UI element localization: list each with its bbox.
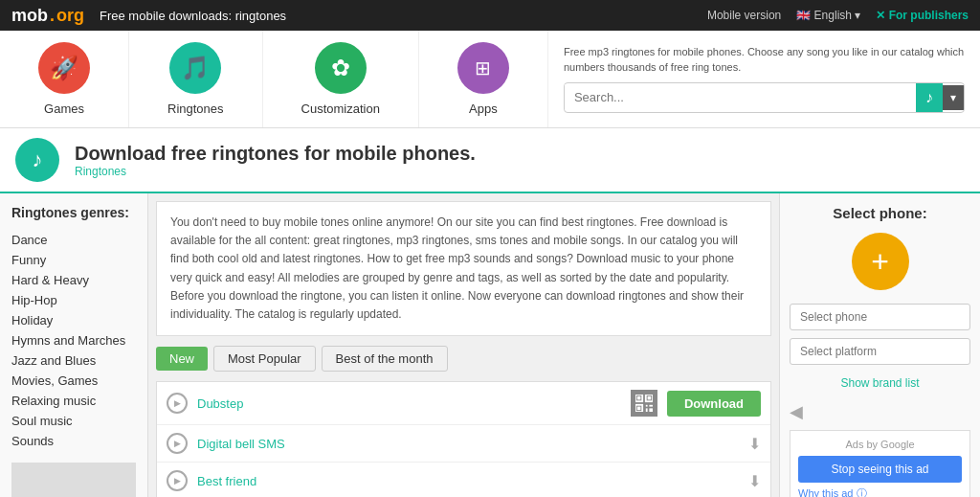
logo-dot: . [50,6,55,26]
ringtone-list: ▶ Dubstep [156,381,771,497]
sidebar-item-jazz[interactable]: Jazz and Blues [11,350,136,371]
svg-rect-9 [649,409,653,413]
nav-bar: 🚀 Games 🎵 Ringtones ✿ Customization ⊞ Ap… [0,31,980,128]
content-area: You don't need to buy mobile tones onlin… [148,193,980,497]
play-button[interactable]: ▶ [167,433,188,454]
search-dropdown[interactable]: ▾ [943,85,964,110]
sidebar-item-hip-hop[interactable]: Hip-Hop [11,290,136,310]
sidebar-title: Ringtones genres: [11,205,136,220]
table-row: ▶ Dubstep [157,382,770,425]
svg-rect-7 [649,405,653,407]
publishers-link[interactable]: ✕ For publishers [876,9,969,22]
ringtone-name[interactable]: Best friend [197,474,739,488]
description-box: You don't need to buy mobile tones onlin… [156,201,771,336]
stop-seeing-button[interactable]: Stop seeing this ad [798,456,962,483]
tab-best-of-month[interactable]: Best of the month [322,346,448,372]
customization-icon: ✿ [315,42,367,94]
play-button[interactable]: ▶ [167,393,188,414]
tab-new[interactable]: New [156,347,208,371]
ringtone-name[interactable]: Digital bell SMS [197,437,739,451]
page-title-bar: ♪ Download free ringtones for mobile pho… [0,128,980,193]
sidebar-ad [11,463,136,497]
svg-rect-8 [646,409,648,413]
tabs-bar: New Most Popular Best of the month [148,336,779,381]
page-title-heading: Download free ringtones for mobile phone… [75,143,476,165]
logo-mob: mob [11,6,48,26]
play-button[interactable]: ▶ [167,470,188,491]
nav-label-games: Games [44,102,84,116]
search-button[interactable]: ♪ [916,83,943,112]
language-selector[interactable]: 🇬🇧 English ▾ [796,9,860,22]
nav-label-ringtones: Ringtones [167,102,224,116]
download-icon[interactable]: ⬇ [748,472,761,490]
nav-item-ringtones[interactable]: 🎵 Ringtones [129,31,263,127]
phone-input[interactable] [790,304,970,330]
sidebar-item-funny[interactable]: Funny [11,250,136,270]
table-row: ▶ Best friend ⬇ [157,463,770,497]
ringtone-name[interactable]: Dubstep [197,396,621,411]
table-row: ▶ Digital bell SMS ⬇ [157,425,770,463]
logo[interactable]: mob . org [11,6,84,26]
search-input[interactable] [565,84,916,110]
svg-rect-3 [647,396,651,400]
right-panel: Select phone: + Show brand list ◀ Ads by… [779,193,980,497]
breadcrumb-link[interactable]: Ringtones [75,165,476,178]
qr-icon [631,390,657,417]
platform-input[interactable] [790,338,970,365]
search-box: ♪ ▾ [564,82,965,113]
svg-rect-1 [637,396,641,400]
show-brand-link[interactable]: Show brand list [790,376,970,390]
sidebar-item-holiday[interactable]: Holiday [11,310,136,330]
add-phone-button[interactable]: + [852,233,909,290]
nav-label-customization: Customization [301,102,380,116]
search-area: Free mp3 ringtones for mobile phones. Ch… [548,31,980,127]
logo-org: org [56,6,84,26]
header-right: Mobile version 🇬🇧 English ▾ ✕ For publis… [707,9,969,22]
sidebar-item-movies[interactable]: Movies, Games [11,371,136,391]
page-title-text: Download free ringtones for mobile phone… [75,143,476,178]
main-layout: Ringtones genres: Dance Funny Hard & Hea… [0,193,980,497]
download-icon[interactable]: ⬇ [748,435,761,453]
select-phone-title: Select phone: [790,205,970,221]
mobile-version-link[interactable]: Mobile version [707,9,781,22]
nav-label-apps: Apps [469,102,498,116]
sidebar-item-sounds[interactable]: Sounds [11,431,136,451]
main-content: You don't need to buy mobile tones onlin… [148,193,779,497]
sidebar: Ringtones genres: Dance Funny Hard & Hea… [0,193,148,497]
sidebar-item-hard-heavy[interactable]: Hard & Heavy [11,270,136,290]
sidebar-item-dance[interactable]: Dance [11,230,136,250]
sidebar-item-soul[interactable]: Soul music [11,411,136,431]
tab-most-popular[interactable]: Most Popular [213,346,316,372]
nav-item-customization[interactable]: ✿ Customization [263,31,419,127]
apps-icon: ⊞ [457,42,509,94]
back-arrow-icon[interactable]: ◀ [790,401,970,422]
search-description: Free mp3 ringtones for mobile phones. Ch… [564,45,965,75]
header: mob . org Free mobile downloads: rington… [0,0,980,31]
sidebar-item-hymns[interactable]: Hymns and Marches [11,330,136,350]
download-button[interactable]: Download [667,391,761,417]
why-ad-link[interactable]: Why this ad ⓘ [798,486,962,497]
header-title: Free mobile downloads: ringtones [100,9,286,23]
page-title-icon: ♪ [15,138,59,182]
nav-item-games[interactable]: 🚀 Games [0,31,129,127]
games-icon: 🚀 [38,42,90,94]
ads-label: Ads by Google [798,439,962,450]
sidebar-item-relaxing[interactable]: Relaxing music [11,391,136,411]
svg-rect-5 [637,407,641,411]
ads-panel: Ads by Google Stop seeing this ad Why th… [790,430,970,497]
svg-rect-6 [646,405,648,407]
nav-item-apps[interactable]: ⊞ Apps [419,31,548,127]
ringtones-icon: 🎵 [169,42,221,94]
